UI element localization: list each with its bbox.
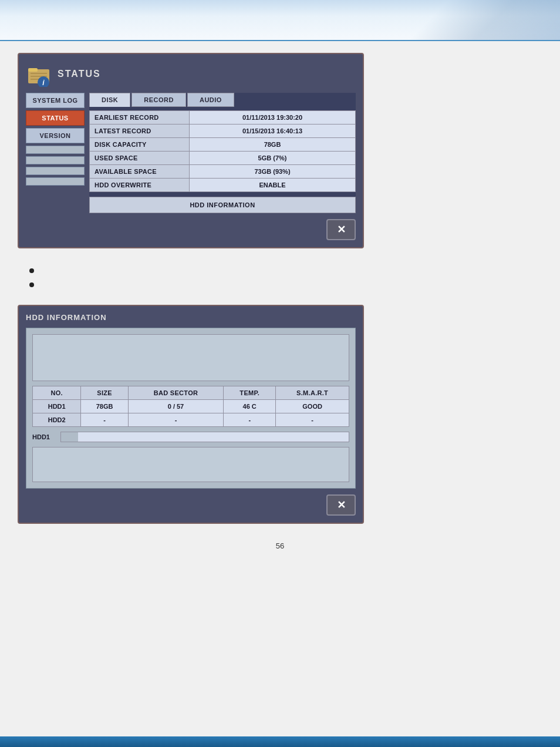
hdd-content: NO. SIZE BAD SECTOR TEMP. S.M.A.R.T HDD1… (26, 328, 356, 489)
hdd-bottom-area (32, 447, 349, 482)
row-value-5: ENABLE (190, 179, 355, 191)
hdd1-temp: 46 C (224, 400, 276, 413)
col-header-no: NO. (33, 386, 81, 400)
table-row: DISK CAPACITY 78GB (90, 138, 355, 152)
bottom-bar (0, 736, 560, 747)
hdd2-no: HDD2 (33, 413, 81, 427)
row-label-5: HDD OVERWRITE (90, 179, 190, 191)
top-banner (0, 0, 560, 41)
info-table: EARLIEST RECORD 01/11/2013 19:30:20 LATE… (89, 110, 356, 192)
hdd-row-1: HDD1 78GB 0 / 57 46 C GOOD (33, 400, 349, 413)
hdd1-bad-sector: 0 / 57 (128, 400, 223, 413)
row-value-1: 01/15/2013 16:40:13 (190, 124, 355, 137)
sidebar-item-blank1 (26, 146, 85, 154)
hdd-table: NO. SIZE BAD SECTOR TEMP. S.M.A.R.T HDD1… (32, 386, 349, 427)
hdd-progress-area: HDD1 (32, 432, 349, 442)
row-value-4: 73GB (93%) (190, 165, 355, 178)
dialog-header: i STATUS (26, 61, 356, 87)
tab-audio[interactable]: AUDIO (187, 93, 234, 107)
col-header-smart: S.M.A.R.T (276, 386, 349, 400)
svg-rect-1 (28, 68, 38, 72)
table-row: USED SPACE 5GB (7%) (90, 152, 355, 165)
hdd-progress-fill (61, 432, 78, 442)
row-label-0: EARLIEST RECORD (90, 111, 190, 124)
page-number: 56 (18, 541, 542, 550)
hdd-progress-label: HDD1 (32, 433, 56, 440)
bullet-1 (29, 266, 542, 273)
sidebar: SYSTEM LOG STATUS VERSION (26, 93, 85, 213)
sidebar-item-status[interactable]: STATUS (26, 110, 85, 126)
close-button-2[interactable]: ✕ (326, 494, 356, 516)
dialog1-footer: ✕ (26, 219, 356, 240)
table-row: LATEST RECORD 01/15/2013 16:40:13 (90, 124, 355, 138)
table-row: HDD OVERWRITE ENABLE (90, 179, 355, 191)
hdd2-bad-sector: - (128, 413, 223, 427)
col-header-temp: TEMP. (224, 386, 276, 400)
bullet-dot-1 (29, 268, 34, 273)
row-value-2: 78GB (190, 138, 355, 151)
row-label-4: AVAILABLE SPACE (90, 165, 190, 178)
bullet-dot-2 (29, 282, 34, 287)
bullet-2 (29, 280, 542, 287)
status-dialog: i STATUS SYSTEM LOG STATUS VERSION DISK (18, 53, 364, 248)
hdd2-temp: - (224, 413, 276, 427)
hdd1-no: HDD1 (33, 400, 81, 413)
table-row: EARLIEST RECORD 01/11/2013 19:30:20 (90, 111, 355, 124)
hdd1-size: 78GB (81, 400, 128, 413)
svg-rect-2 (31, 73, 47, 74)
row-value-0: 01/11/2013 19:30:20 (190, 111, 355, 124)
hdd-dialog: HDD INFORMATION NO. SIZE BAD SECTOR TEMP… (18, 305, 364, 524)
hdd-top-area (32, 334, 349, 381)
sidebar-item-version[interactable]: VERSION (26, 128, 85, 143)
hdd-info-button[interactable]: HDD INFORMATION (89, 197, 356, 213)
hdd1-smart: GOOD (276, 400, 349, 413)
row-label-3: USED SPACE (90, 152, 190, 164)
hdd2-smart: - (276, 413, 349, 427)
tab-record[interactable]: RECORD (131, 93, 186, 107)
sidebar-item-blank4 (26, 177, 85, 186)
row-value-3: 5GB (7%) (190, 152, 355, 164)
col-header-size: SIZE (81, 386, 128, 400)
row-label-2: DISK CAPACITY (90, 138, 190, 151)
page-content: i STATUS SYSTEM LOG STATUS VERSION DISK (0, 41, 560, 574)
dialog-title: STATUS (58, 69, 101, 79)
status-icon: i (26, 61, 52, 87)
tab-disk[interactable]: DISK (89, 93, 130, 107)
hdd-row-2: HDD2 - - - - (33, 413, 349, 427)
sidebar-item-system-log[interactable]: SYSTEM LOG (26, 93, 85, 108)
dialog2-footer: ✕ (26, 494, 356, 516)
dialog-body: SYSTEM LOG STATUS VERSION DISK RECORD AU… (26, 93, 356, 213)
close-button-1[interactable]: ✕ (326, 219, 356, 240)
sidebar-item-blank2 (26, 156, 85, 164)
bullets (29, 266, 542, 287)
row-label-1: LATEST RECORD (90, 124, 190, 137)
col-header-bad-sector: BAD SECTOR (128, 386, 223, 400)
hdd2-size: - (81, 413, 128, 427)
table-row: AVAILABLE SPACE 73GB (93%) (90, 165, 355, 179)
hdd-dialog-title: HDD INFORMATION (26, 313, 356, 322)
tabs: DISK RECORD AUDIO (89, 93, 356, 107)
hdd-progress-bar (60, 432, 349, 442)
sidebar-item-blank3 (26, 167, 85, 175)
content-area: DISK RECORD AUDIO EARLIEST RECORD 01/11/… (89, 93, 356, 213)
